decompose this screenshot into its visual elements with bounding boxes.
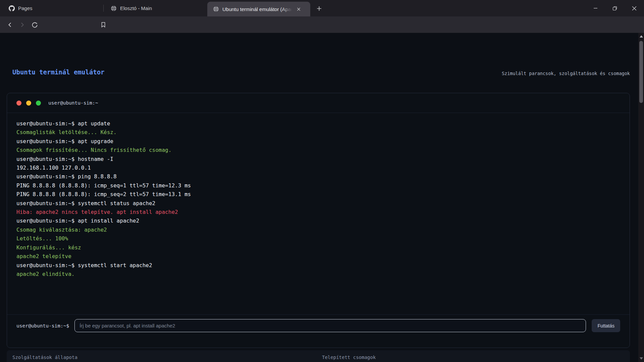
terminal-line: user@ubuntu-sim:~$ apt install apache2 bbox=[16, 217, 620, 225]
services-status-label: Szolgáltatások állapota bbox=[12, 355, 77, 360]
terminal-line: apache2 elindítva. bbox=[16, 270, 620, 279]
terminal-line: apache2 telepítve bbox=[16, 252, 620, 261]
back-button[interactable] bbox=[5, 20, 15, 29]
terminal-line: user@ubuntu-sim:~$ ping 8.8.8.8 bbox=[16, 172, 620, 181]
page-subtitle: Szimulált parancsok, szolgáltatások és c… bbox=[502, 71, 630, 76]
tab-eloszto[interactable]: Elosztó - Main bbox=[111, 0, 201, 16]
terminal-output: user@ubuntu-sim:~$ apt updateCsomaglistá… bbox=[7, 113, 630, 279]
terminal-line: PING 8.8.8.8 (8.8.8.8): icmp_seq=1 ttl=5… bbox=[16, 181, 620, 190]
scrollbar-down-arrow[interactable] bbox=[638, 356, 644, 361]
window-close-button[interactable] bbox=[625, 0, 644, 16]
tab-bar: Pages Elosztó - Main Ubuntu terminál emu… bbox=[0, 0, 644, 16]
reload-button[interactable] bbox=[30, 20, 39, 29]
tab-title: Pages bbox=[18, 5, 33, 11]
command-input[interactable] bbox=[74, 319, 586, 332]
page-scrollbar[interactable] bbox=[638, 33, 644, 362]
terminal-line: Csomag kiválasztása: apache2 bbox=[16, 226, 620, 234]
github-icon bbox=[9, 5, 15, 11]
tab-divider bbox=[103, 5, 104, 12]
tab-ubuntu-terminal-active[interactable]: Ubuntu terminál emulátor (Apac bbox=[207, 2, 310, 16]
globe-icon bbox=[111, 5, 117, 11]
terminal-line: user@ubuntu-sim:~$ hostname -I bbox=[16, 155, 620, 164]
new-tab-button[interactable] bbox=[315, 4, 323, 13]
status-footer: Szolgáltatások állapota apache2: fut • d… bbox=[7, 350, 630, 362]
page-title: Ubuntu terminál emulátor bbox=[12, 68, 105, 76]
terminal-line: user@ubuntu-sim:~$ apt upgrade bbox=[16, 137, 620, 146]
terminal-line: Hiba: apache2 nincs telepítve. apt insta… bbox=[16, 208, 620, 217]
scrollbar-up-arrow[interactable] bbox=[638, 34, 644, 39]
terminal-line: Letöltés... 100% bbox=[16, 234, 620, 243]
shell-prompt: user@ubuntu-sim:~$ bbox=[16, 323, 69, 328]
browser-window: Pages Elosztó - Main Ubuntu terminál emu… bbox=[0, 0, 644, 362]
terminal-line: Csomagok frissítése... Nincs frissíthető… bbox=[16, 146, 620, 155]
terminal-line: user@ubuntu-sim:~$ systemctl status apac… bbox=[16, 199, 620, 208]
forward-button[interactable] bbox=[17, 20, 27, 29]
terminal-line: PING 8.8.8.8 (8.8.8.8): icmp_seq=2 ttl=5… bbox=[16, 190, 620, 199]
terminal-titlebar: user@ubuntu-sim:~ bbox=[7, 93, 630, 113]
traffic-light-yellow bbox=[26, 101, 31, 106]
bookmark-icon[interactable] bbox=[99, 20, 108, 29]
window-minimize-button[interactable] bbox=[586, 0, 605, 16]
window-controls bbox=[586, 0, 644, 16]
run-button[interactable]: Futtatás bbox=[592, 319, 620, 332]
installed-packages-label: Telepített csomagok bbox=[322, 355, 376, 360]
terminal-line: Csomaglisták letöltése... Kész. bbox=[16, 128, 620, 137]
terminal-line: user@ubuntu-sim:~$ systemctl start apach… bbox=[16, 261, 620, 270]
tab-title: Elosztó - Main bbox=[120, 5, 152, 11]
terminal-title: user@ubuntu-sim:~ bbox=[48, 100, 98, 106]
terminal-line: user@ubuntu-sim:~$ apt update bbox=[16, 119, 620, 128]
page-viewport: Ubuntu terminál emulátor Szimulált paran… bbox=[0, 33, 644, 362]
tab-pages[interactable]: Pages bbox=[9, 0, 99, 16]
traffic-light-red bbox=[16, 101, 21, 106]
browser-toolbar: File C:/Users/Zsambek/Desktop/sites/linu… bbox=[0, 16, 644, 33]
terminal-line: Konfigurálás... kész bbox=[16, 243, 620, 252]
traffic-light-green bbox=[36, 101, 41, 106]
globe-icon bbox=[213, 6, 219, 12]
terminal-line: 192.168.1.100 127.0.0.1 bbox=[16, 164, 620, 172]
tab-title-fade bbox=[281, 6, 292, 12]
command-input-row: user@ubuntu-sim:~$ Futtatás bbox=[7, 314, 630, 348]
tab-close-icon[interactable] bbox=[294, 5, 303, 13]
scrollbar-thumb[interactable] bbox=[639, 41, 643, 103]
terminal-window: user@ubuntu-sim:~ user@ubuntu-sim:~$ apt… bbox=[7, 93, 630, 348]
window-restore-button[interactable] bbox=[605, 0, 625, 16]
